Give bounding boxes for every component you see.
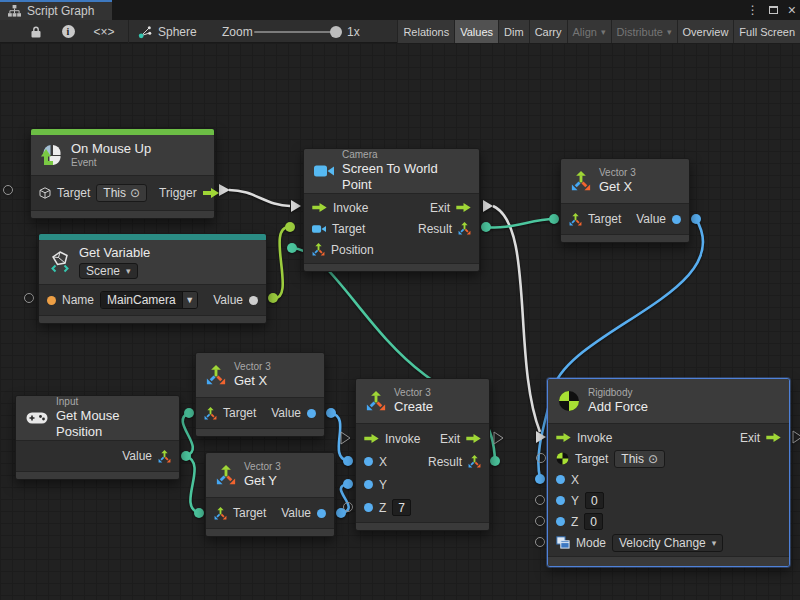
invoke-label: Invoke (333, 201, 368, 215)
tab-script-graph[interactable]: Script Graph (0, 0, 112, 20)
target-label: Target (575, 452, 608, 466)
float-port-dot (317, 509, 326, 518)
name-label: Name (62, 293, 94, 307)
y-label: Y (571, 494, 579, 508)
node-add-force[interactable]: Rigidbody Add Force Invoke Exit Target T… (547, 378, 790, 567)
target-picker[interactable]: This (614, 450, 665, 468)
node-footer (304, 263, 479, 271)
node-title: Get X (599, 179, 636, 195)
script-graph-icon (8, 5, 21, 17)
node-category: Rigidbody (588, 387, 648, 400)
vector3-icon (366, 391, 386, 411)
float-port-dot (556, 517, 565, 526)
zoom-slider-track[interactable] (254, 31, 336, 33)
node-vector3-create[interactable]: Vector 3 Create Invoke Exit X Result (355, 378, 490, 531)
z-value-field[interactable]: 0 (584, 513, 603, 530)
node-get-variable[interactable]: Get Variable Scene Name MainCamera▼ Valu… (38, 233, 267, 324)
node-get-x-mid[interactable]: Vector 3 Get X Target Value (195, 352, 325, 437)
x-label: X (571, 473, 579, 487)
zoom-label: Zoom (222, 20, 253, 43)
exit-label: Exit (740, 431, 760, 445)
graph-icon (138, 25, 152, 39)
float-port-dot (364, 457, 373, 466)
node-title: On Mouse Up (71, 141, 151, 157)
node-footer (16, 471, 179, 479)
carry-button[interactable]: Carry (529, 20, 567, 43)
code-view-button[interactable]: <×> (88, 20, 120, 43)
info-button[interactable]: i (56, 20, 80, 43)
z-label: Z (379, 501, 386, 515)
float-port-dot (364, 480, 373, 489)
overview-button[interactable]: Overview (677, 20, 734, 43)
float-port-dot (672, 215, 681, 224)
lock-icon (30, 25, 42, 39)
value-label: Value (271, 406, 301, 420)
lock-button[interactable] (24, 20, 48, 43)
node-on-mouse-up[interactable]: On Mouse Up Event Target This Trigger (30, 128, 215, 219)
target-label: Target (57, 186, 90, 200)
window-maximize-icon[interactable] (769, 6, 778, 14)
node-category: Vector 3 (599, 167, 636, 180)
mode-label: Mode (576, 536, 606, 550)
node-footer (356, 522, 489, 530)
zoom-slider-handle[interactable] (330, 26, 342, 38)
relations-button[interactable]: Relations (397, 20, 454, 43)
float-port-dot (556, 475, 565, 484)
variable-name-dropdown[interactable]: MainCamera▼ (100, 291, 198, 309)
y-value-field[interactable]: 0 (585, 492, 604, 509)
mode-dropdown[interactable]: Velocity Change (612, 534, 723, 552)
mouse-icon (41, 144, 63, 166)
node-category: Vector 3 (234, 361, 271, 374)
float-port-dot (307, 409, 316, 418)
node-title: Get X (234, 373, 271, 389)
value-label: Value (213, 293, 243, 307)
variable-scope-dropdown[interactable]: Scene (79, 263, 138, 279)
align-button[interactable]: Align (567, 20, 611, 43)
cube-icon (39, 187, 51, 199)
dim-button[interactable]: Dim (498, 20, 529, 43)
vector3-icon (468, 455, 481, 468)
x-label: X (379, 455, 387, 469)
node-title: Get Y (244, 473, 281, 489)
trigger-label: Trigger (159, 186, 197, 200)
target-picker[interactable]: This (96, 184, 147, 202)
graph-breadcrumb[interactable]: Sphere (158, 20, 197, 43)
node-screen-to-world-point[interactable]: Camera Screen To World Point Invoke Exit… (303, 148, 480, 272)
full-screen-button[interactable]: Full Screen (733, 20, 800, 43)
node-footer (39, 315, 266, 323)
target-label: Target (588, 212, 621, 226)
window-menu-icon[interactable]: ⋮ (747, 3, 759, 17)
node-get-mouse-position[interactable]: Input Get Mouse Position Value (15, 395, 180, 480)
graph-breadcrumb-icon-wrap (136, 20, 154, 43)
vector3-icon (214, 507, 227, 520)
distribute-button[interactable]: Distribute (611, 20, 677, 43)
flow-arrow-icon (312, 203, 327, 212)
z-value-field[interactable]: 7 (392, 499, 411, 516)
vector3-icon (204, 407, 217, 420)
node-title: Add Force (588, 399, 648, 415)
string-port-dot (47, 296, 56, 305)
result-label: Result (418, 222, 452, 236)
window-close-icon[interactable]: × (788, 3, 796, 17)
vector3-icon (206, 365, 226, 385)
z-label: Z (571, 515, 578, 529)
node-footer (548, 556, 789, 566)
values-button[interactable]: Values (454, 20, 498, 43)
node-get-x-top[interactable]: Vector 3 Get X Target Value (560, 158, 690, 243)
target-label: Target (233, 506, 266, 520)
node-footer (196, 428, 324, 436)
node-title: Get Mouse Position (56, 408, 169, 441)
zoom-value: 1x (347, 20, 360, 43)
node-footer (31, 210, 214, 218)
camera-icon (312, 224, 326, 234)
node-category: Camera (342, 149, 469, 162)
node-get-y[interactable]: Vector 3 Get Y Target Value (205, 452, 335, 537)
value-label: Value (122, 449, 152, 463)
node-title: Get Variable (79, 245, 150, 261)
target-label: Target (223, 406, 256, 420)
node-title: Create (394, 399, 433, 415)
variable-icon (49, 251, 71, 273)
flow-arrow-icon (456, 203, 471, 212)
graph-toolbar: i <×> Sphere Zoom 1x Relations Values Di… (0, 20, 800, 43)
value-label: Value (636, 212, 666, 226)
